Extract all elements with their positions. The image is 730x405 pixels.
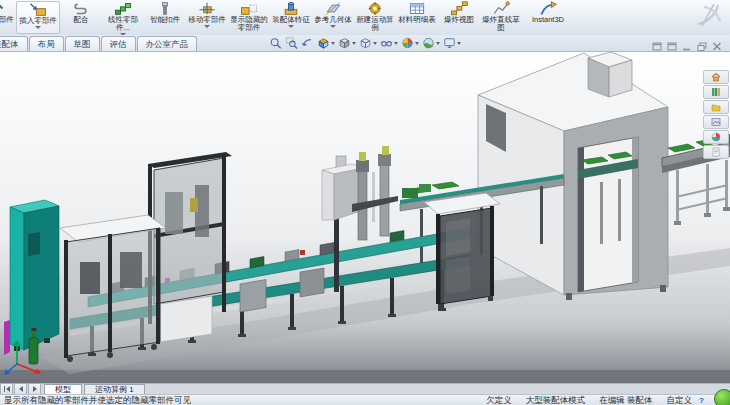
cm-label: Instant3D xyxy=(524,16,572,24)
dropdown-arrow-icon[interactable] xyxy=(373,42,377,45)
status-configuration[interactable]: 自定义 xyxy=(667,395,693,405)
cm-label: 新建运动算例 xyxy=(356,16,394,32)
cm-explode-line-sketch-button[interactable]: 爆炸直线草图 xyxy=(480,1,522,34)
cabinet-vent xyxy=(28,232,40,256)
insert-component-icon xyxy=(28,2,48,17)
dropdown-arrow-icon[interactable] xyxy=(288,25,294,28)
enclosure-roof-box[interactable] xyxy=(588,52,632,97)
graphics-area[interactable] xyxy=(0,52,730,383)
dropdown-arrow-icon[interactable] xyxy=(352,42,356,45)
status-bar: 显示所有隐藏的零部件并使选定的隐藏零部件可见 欠定义 大型装配体模式 在编辑 装… xyxy=(0,394,730,405)
dropdown-arrow-icon[interactable] xyxy=(330,25,336,28)
tab-sketch[interactable]: 草图 xyxy=(65,36,100,51)
view-palette-icon[interactable] xyxy=(703,115,729,129)
file-explorer-icon[interactable] xyxy=(703,100,729,114)
cm-bill-of-materials-button[interactable]: 材料明细表 xyxy=(396,1,438,34)
magenta-panel[interactable] xyxy=(4,320,10,355)
white-table[interactable] xyxy=(160,296,212,342)
status-message: 显示所有隐藏的零部件并使选定的隐藏零部件可见 xyxy=(4,395,191,405)
dropdown-arrow-icon[interactable] xyxy=(331,42,335,45)
cm-label: 参考几何体 xyxy=(314,16,352,24)
view-settings-icon[interactable] xyxy=(442,36,462,50)
dropdown-arrow-icon[interactable] xyxy=(436,42,440,45)
cm-show-hidden-components-button[interactable]: 显示隐藏的零部件 xyxy=(228,1,270,34)
status-editing-assembly: 在编辑 装配体 xyxy=(599,395,652,405)
custom-properties-icon[interactable] xyxy=(703,145,729,159)
cm-label: 配合 xyxy=(62,16,100,24)
cm-label: 装配体特征 xyxy=(272,16,310,24)
yellow-component[interactable] xyxy=(190,198,198,212)
solidworks-resources-icon[interactable] xyxy=(703,70,729,84)
help-icon[interactable]: ? xyxy=(699,396,704,405)
previous-view-icon[interactable] xyxy=(300,36,315,50)
exploded-view-icon xyxy=(449,1,469,16)
dassault-systemes-logo xyxy=(694,2,724,32)
appearances-scenes-icon[interactable] xyxy=(703,130,729,144)
new-motion-study-icon xyxy=(365,1,385,16)
dropdown-arrow-icon[interactable] xyxy=(35,26,41,29)
status-large-assembly-mode: 大型装配体模式 xyxy=(526,395,586,405)
sensor-tip xyxy=(382,146,389,155)
cm-label: 线性零部件... xyxy=(104,16,142,32)
assembly-features-icon xyxy=(281,1,301,16)
cm-move-component-button[interactable]: 移动零部件 xyxy=(186,1,228,34)
reference-geometry-icon xyxy=(323,1,343,16)
dropdown-arrow-icon[interactable] xyxy=(415,42,419,45)
mate-icon xyxy=(71,1,91,16)
cm-edit-component-button[interactable]: 编辑零部件 xyxy=(0,1,16,34)
zoom-area-icon[interactable] xyxy=(284,36,299,50)
solidworks-window: 编辑零部件 插入零部件 配合 线性零部件... 智能扣件 xyxy=(0,0,730,405)
tab-evaluate[interactable]: 评估 xyxy=(101,36,136,51)
status-right: 欠定义 大型装配体模式 在编辑 装配体 自定义 xyxy=(486,395,692,405)
cm-label: 智能扣件 xyxy=(146,16,184,24)
command-manager: 编辑零部件 插入零部件 配合 线性零部件... 智能扣件 xyxy=(0,0,730,36)
cm-label: 编辑零部件 xyxy=(0,16,14,24)
cm-label: 插入零部件 xyxy=(19,17,57,25)
display-style-icon[interactable] xyxy=(358,36,378,50)
cm-exploded-view-button[interactable]: 爆炸视图 xyxy=(438,1,480,34)
white-enclosure-machine[interactable] xyxy=(478,52,668,300)
bill-of-materials-icon xyxy=(407,1,427,16)
apply-scene-icon[interactable] xyxy=(421,36,441,50)
ribbon-tab-strip: 装配体 布局 草图 评估 办公室产品 xyxy=(0,35,730,52)
cm-reference-geometry-button[interactable]: 参考几何体 xyxy=(312,1,354,34)
status-under-defined: 欠定义 xyxy=(486,395,512,405)
explode-line-sketch-icon xyxy=(491,1,511,16)
cm-smart-fasteners-button[interactable]: 智能扣件 xyxy=(144,1,186,34)
cm-assembly-features-button[interactable]: 装配体特征 xyxy=(270,1,312,34)
cm-mate-button[interactable]: 配合 xyxy=(60,1,102,34)
tab-office-products[interactable]: 办公室产品 xyxy=(137,36,198,51)
cm-label: 显示隐藏的零部件 xyxy=(230,16,268,32)
left-framed-station[interactable] xyxy=(60,215,166,362)
hide-show-items-icon[interactable] xyxy=(379,36,399,50)
heads-up-view-toolbar xyxy=(268,36,462,50)
edit-component-icon xyxy=(0,1,5,16)
cm-label: 移动零部件 xyxy=(188,16,226,24)
task-pane xyxy=(703,70,729,159)
design-library-icon[interactable] xyxy=(703,85,729,99)
dropdown-arrow-icon[interactable] xyxy=(394,42,398,45)
section-view-icon[interactable] xyxy=(316,36,336,50)
linear-component-pattern-icon xyxy=(113,1,133,16)
show-hidden-components-icon xyxy=(239,1,259,16)
smart-fasteners-icon xyxy=(155,1,175,16)
cm-instant3d-button[interactable]: Instant3D xyxy=(522,1,574,34)
tab-layout[interactable]: 布局 xyxy=(29,36,64,51)
cm-linear-pattern-button[interactable]: 线性零部件... xyxy=(102,1,144,34)
tab-assembly[interactable]: 装配体 xyxy=(0,36,28,51)
cm-label: 材料明细表 xyxy=(398,16,436,24)
sensor-tip xyxy=(359,152,366,161)
cm-new-motion-study-button[interactable]: 新建运动算例 xyxy=(354,1,396,34)
cm-label: 爆炸直线草图 xyxy=(482,16,520,32)
instant3d-icon xyxy=(538,1,558,16)
cm-label: 爆炸视图 xyxy=(440,16,478,24)
dropdown-arrow-icon[interactable] xyxy=(204,25,210,28)
quick-tips-bubble[interactable] xyxy=(714,389,730,405)
move-component-icon xyxy=(197,1,217,16)
zoom-fit-icon[interactable] xyxy=(268,36,283,50)
cm-insert-component-button[interactable]: 插入零部件 xyxy=(16,1,60,34)
viewport-3d-model[interactable] xyxy=(0,52,730,383)
view-orientation-icon[interactable] xyxy=(337,36,357,50)
dropdown-arrow-icon[interactable] xyxy=(457,42,461,45)
edit-appearance-icon[interactable] xyxy=(400,36,420,50)
